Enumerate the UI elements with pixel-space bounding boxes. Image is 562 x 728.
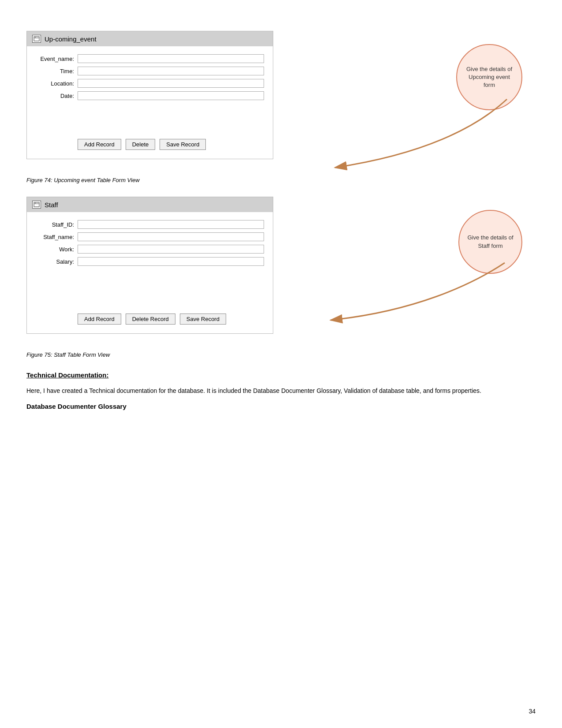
form-header-icon-staff [32,201,41,209]
upcoming-callout-bubble: Give the details of Upcoming event form [456,44,522,110]
staff-id-input[interactable] [78,220,264,229]
date-row: Date: [36,91,264,100]
staff-delete-button[interactable]: Delete Record [126,314,175,325]
staff-id-label: Staff_ID: [36,221,78,228]
staff-id-row: Staff_ID: [36,220,264,229]
time-label: Time: [36,68,78,75]
upcoming-add-button[interactable]: Add Record [78,139,121,150]
time-row: Time: [36,67,264,75]
salary-input[interactable] [78,257,264,266]
staff-add-button[interactable]: Add Record [78,314,121,325]
staff-name-input[interactable] [78,232,264,241]
location-input[interactable] [78,79,264,88]
staff-form-buttons: Add Record Delete Record Save Record [36,314,264,325]
technical-heading: Technical Documentation: [26,371,536,379]
upcoming-event-form-body: Event_name: Time: Location: Date: Add Re… [27,46,273,159]
salary-label: Salary: [36,258,78,265]
upcoming-save-button[interactable]: Save Record [160,139,206,150]
upcoming-callout-text: Give the details of Upcoming event form [464,65,515,90]
upcoming-event-section: Up-coming_event Event_name: Time: Locati… [26,31,536,159]
time-input[interactable] [78,67,264,75]
staff-callout-text: Give the details of Staff form [466,234,515,250]
upcoming-delete-button[interactable]: Delete [126,139,156,150]
staff-save-button[interactable]: Save Record [180,314,226,325]
location-label: Location: [36,80,78,87]
staff-name-label: Staff_name: [36,234,78,240]
event-name-input[interactable] [78,54,264,63]
event-name-row: Event_name: [36,54,264,63]
staff-section: Staff Staff_ID: Staff_name: Work: Salary… [26,197,536,334]
event-name-label: Event_name: [36,56,78,62]
date-input[interactable] [78,91,264,100]
page-number: 34 [529,708,536,715]
upcoming-event-form-header: Up-coming_event [27,31,273,46]
upcoming-event-form-title: Up-coming_event [45,35,97,43]
staff-form-body: Staff_ID: Staff_name: Work: Salary: Add … [27,212,273,333]
staff-form-header: Staff [27,197,273,212]
upcoming-figure-caption: Figure 74: Upcoming event Table Form Vie… [26,177,536,183]
work-label: Work: [36,246,78,253]
form-header-icon-upcoming [32,35,41,43]
staff-figure-caption: Figure 75: Staff Table Form View [26,351,536,358]
technical-body-text: Here, I have created a Technical documen… [26,386,536,396]
upcoming-event-form: Up-coming_event Event_name: Time: Locati… [26,31,273,159]
work-row: Work: [36,245,264,254]
svg-rect-4 [34,202,39,207]
salary-row: Salary: [36,257,264,266]
staff-name-row: Staff_name: [36,232,264,241]
staff-callout-bubble: Give the details of Staff form [458,210,522,274]
svg-rect-0 [34,37,39,41]
date-label: Date: [36,93,78,99]
work-input[interactable] [78,245,264,254]
upcoming-form-buttons: Add Record Delete Save Record [36,139,264,150]
staff-form-title: Staff [45,201,58,209]
staff-form: Staff Staff_ID: Staff_name: Work: Salary… [26,197,273,334]
db-glossary-heading: Database Documenter Glossary [26,403,536,410]
location-row: Location: [36,79,264,88]
technical-documentation-section: Technical Documentation: Here, I have cr… [26,371,536,410]
